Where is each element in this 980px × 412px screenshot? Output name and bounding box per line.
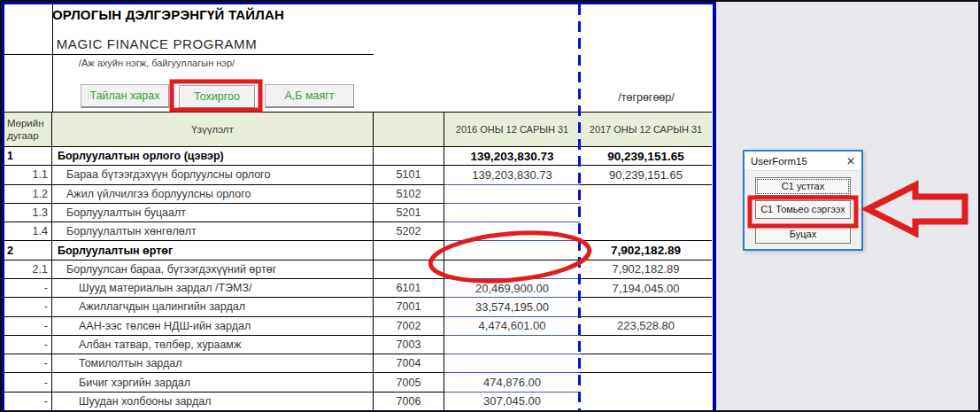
cell-code[interactable] [374,241,444,260]
table-body: 1 Борлуулалтын орлого (цэвэр) 139,203,83… [4,147,712,411]
cell-indicator[interactable]: Борлуулалтын орлого (цэвэр) [52,147,374,166]
cell-value-2017[interactable]: 7,194,045.00 [580,279,712,298]
cell-code[interactable]: 7003 [374,336,444,354]
cell-value-2016[interactable]: 4,474,601.00 [444,317,580,336]
cell-code[interactable]: 7006 [374,393,444,411]
cell-indicator[interactable]: Бараа бүтээгдэхүүн борлуулсны орлого [52,166,374,184]
cell-code[interactable]: 7005 [374,373,444,392]
cell-indicator[interactable]: Борлуулалтын өртөг [52,241,374,260]
cell-indicator[interactable]: Ажиллагчдын цалингийн зардал [52,298,374,316]
cell-row-no[interactable]: 1 [4,147,52,166]
ab-form-button[interactable]: А,Б маягт [265,84,354,108]
table-row: 1.4 Борлуулалтын хөнгөлөлт 5202 [4,222,712,241]
cell-row-no[interactable]: - [4,336,52,354]
cell-value-2016[interactable] [444,354,580,373]
cell-row-no[interactable]: - [4,298,52,316]
cell-code[interactable] [374,260,444,279]
cell-indicator[interactable]: ААН-ээс төлсөн НДШ-ийн зардал [52,317,374,336]
cell-code[interactable]: 5102 [374,185,444,204]
cell-indicator[interactable]: Бичиг хэргийн зардал [52,373,374,392]
cell-row-no[interactable]: - [4,354,52,373]
cell-code[interactable]: 5101 [374,166,444,184]
header-row-number: Мөрийн дугаар [4,113,52,146]
table-row: 1.2 Ажил үйлчилгээ борлуулсны орлого 510… [4,185,712,204]
back-button[interactable]: Буцах [755,225,851,244]
cell-indicator[interactable]: Шуудан холбооны зардал [52,393,374,411]
table-row: - Бичиг хэргийн зардал 7005 474,876.00 [4,373,712,392]
cell-value-2017[interactable]: 90,239,151.65 [580,166,712,184]
header-indicator: Үзүүлэлт [52,113,374,146]
cell-code[interactable]: 5202 [374,222,444,241]
header-2017: 2017 ОНЫ 12 САРЫН 31 [580,113,712,146]
cell-code[interactable]: 7002 [374,317,444,336]
cell-row-no[interactable]: 1.1 [4,166,52,184]
cell-indicator[interactable]: Борлуулсан бараа, бүтээгдэхүүний өртөг [52,260,374,279]
cell-code[interactable]: 7004 [374,354,444,373]
grid-divider-horizontal [4,54,374,55]
table-row: 1.1 Бараа бүтээгдэхүүн борлуулсны орлого… [4,166,712,184]
cell-value-2017[interactable] [580,336,712,354]
cell-indicator[interactable]: Томилолтын зардал [52,354,374,373]
table-row: 1 Борлуулалтын орлого (цэвэр) 139,203,83… [4,147,712,166]
cell-code[interactable]: 5201 [374,204,444,222]
cell-value-2017[interactable]: 7,902,182.89 [580,241,712,260]
cell-value-2016[interactable]: 139,203,830.73 [444,166,580,184]
cell-value-2017[interactable]: 90,239,151.65 [580,147,712,166]
cell-indicator[interactable]: Борлуулалтын буцаалт [52,204,374,222]
cell-indicator[interactable]: Шууд материалын зардал /ТЭМЗ/ [52,279,374,298]
cell-value-2016[interactable] [444,222,580,241]
cell-indicator[interactable]: Борлуулалтын хөнгөлөлт [52,222,374,241]
cell-value-2016[interactable]: 139,203,830.73 [444,147,580,166]
table-row: - Шууд материалын зардал /ТЭМЗ/ 6101 20,… [4,279,712,298]
cell-row-no[interactable]: - [4,373,52,392]
cell-row-no[interactable]: - [4,279,52,298]
cell-value-2016[interactable] [444,204,580,222]
cell-value-2017[interactable] [580,393,712,411]
userform-titlebar[interactable]: UserForm15 ✕ [745,152,861,171]
cell-value-2016[interactable]: 307,045.00 [444,393,580,411]
cell-code[interactable]: 6101 [374,279,444,298]
close-icon[interactable]: ✕ [846,156,855,167]
cell-indicator[interactable]: Албан татвар, төлбөр, хураамж [52,336,374,354]
cell-code[interactable] [374,147,444,166]
cell-value-2017[interactable] [580,222,712,241]
cell-value-2016[interactable]: 33,574,195.00 [444,298,580,316]
table-row: 2.1 Борлуулсан бараа, бүтээгдэхүүний өрт… [4,260,712,279]
cell-value-2017[interactable] [580,204,712,222]
cell-value-2016[interactable]: 20,469,900.00 [444,279,580,298]
cell-row-no[interactable]: 2.1 [4,260,52,279]
header-code [374,113,444,146]
header-2016: 2016 ОНЫ 12 САРЫН 31 [444,113,580,146]
cell-value-2017[interactable]: 223,528.80 [580,317,712,336]
cell-value-2017[interactable] [580,185,712,204]
cell-value-2016[interactable] [444,241,580,260]
cell-value-2016[interactable] [444,260,580,279]
table-row: - Томилолтын зардал 7004 [4,354,712,373]
cell-row-no[interactable]: 2 [4,241,52,260]
spreadsheet-report: ОРЛОГЫН ДЭЛГЭРЭНГҮЙ ТАЙЛАН MAGIC FINANCE… [2,2,716,412]
cell-row-no[interactable]: 1.3 [4,204,52,222]
cell-value-2016[interactable] [444,336,580,354]
userform-title: UserForm15 [751,156,807,167]
cell-value-2017[interactable] [580,354,712,373]
cell-row-no[interactable]: - [4,317,52,336]
cell-value-2017[interactable] [580,373,712,392]
c1-delete-button[interactable]: C1 устгах [755,177,851,196]
cell-value-2017[interactable] [580,298,712,316]
report-title: ОРЛОГЫН ДЭЛГЭРЭНГҮЙ ТАЙЛАН [52,7,261,22]
organization-caption: /Аж ахуйн нэгж, байгууллагын нэр/ [52,58,261,68]
c1-restore-formula-button[interactable]: C1 Томьео сэргээх [755,200,851,219]
view-report-button[interactable]: Тайлан харах [81,84,169,108]
cell-value-2016[interactable] [444,185,580,204]
cell-indicator[interactable]: Ажил үйлчилгээ борлуулсны орлого [52,185,374,204]
settings-button[interactable]: Тохиргоо [179,85,255,109]
cell-code[interactable]: 7001 [374,298,444,316]
cell-row-no[interactable]: 1.2 [4,185,52,204]
program-name: MAGIC FINANCE PROGRAMM [52,36,261,51]
userform-body: C1 устгах C1 Томьео сэргээх Буцах [745,171,861,249]
cell-value-2016[interactable]: 474,876.00 [444,373,580,392]
table-row: 1.3 Борлуулалтын буцаалт 5201 [4,204,712,222]
cell-row-no[interactable]: - [4,393,52,411]
cell-row-no[interactable]: 1.4 [4,222,52,241]
cell-value-2017[interactable]: 7,902,182.89 [580,260,712,279]
